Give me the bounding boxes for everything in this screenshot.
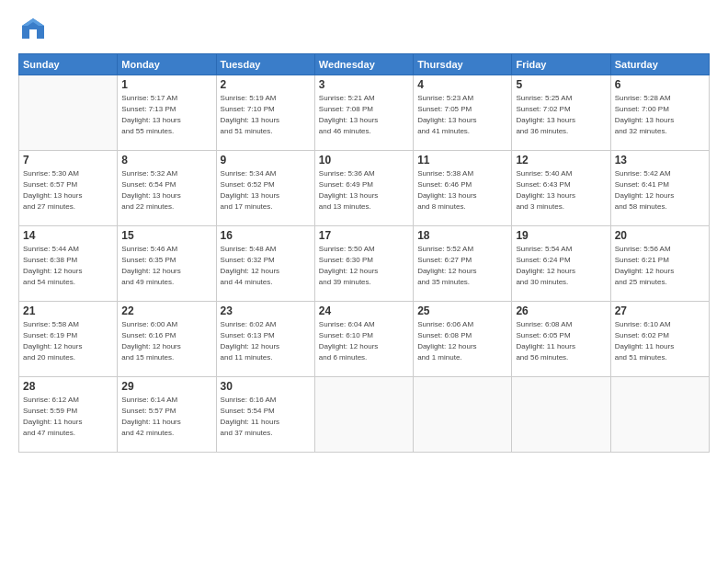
calendar-cell: 9Sunrise: 5:34 AM Sunset: 6:52 PM Daylig…	[216, 151, 314, 226]
weekday-header-sunday: Sunday	[19, 54, 118, 75]
calendar-cell: 12Sunrise: 5:40 AM Sunset: 6:43 PM Dayli…	[512, 151, 610, 226]
calendar-cell: 24Sunrise: 6:04 AM Sunset: 6:10 PM Dayli…	[314, 302, 413, 377]
header	[18, 15, 710, 44]
day-number: 19	[516, 229, 606, 242]
day-info: Sunrise: 5:34 AM Sunset: 6:52 PM Dayligh…	[221, 168, 311, 213]
week-row-4: 28Sunrise: 6:12 AM Sunset: 5:59 PM Dayli…	[19, 377, 710, 453]
calendar-cell: 27Sunrise: 6:10 AM Sunset: 6:02 PM Dayli…	[610, 302, 709, 377]
day-number: 16	[221, 229, 311, 242]
day-info: Sunrise: 6:02 AM Sunset: 6:13 PM Dayligh…	[221, 319, 311, 363]
week-row-0: 1Sunrise: 5:17 AM Sunset: 7:13 PM Daylig…	[19, 75, 710, 151]
calendar-cell: 17Sunrise: 5:50 AM Sunset: 6:30 PM Dayli…	[314, 226, 413, 302]
day-number: 2	[221, 78, 311, 91]
day-number: 30	[221, 380, 311, 393]
day-number: 24	[319, 304, 409, 317]
calendar-cell: 14Sunrise: 5:44 AM Sunset: 6:38 PM Dayli…	[19, 226, 118, 302]
day-info: Sunrise: 5:50 AM Sunset: 6:30 PM Dayligh…	[319, 244, 409, 288]
weekday-header-wednesday: Wednesday	[314, 54, 413, 75]
weekday-header-friday: Friday	[512, 54, 610, 75]
calendar-cell	[314, 377, 413, 453]
day-number: 11	[417, 154, 507, 167]
day-number: 22	[121, 304, 211, 317]
day-info: Sunrise: 5:25 AM Sunset: 7:02 PM Dayligh…	[516, 93, 606, 137]
calendar-cell: 5Sunrise: 5:25 AM Sunset: 7:02 PM Daylig…	[512, 75, 610, 151]
day-info: Sunrise: 5:38 AM Sunset: 6:46 PM Dayligh…	[417, 168, 507, 213]
logo	[18, 15, 53, 44]
day-info: Sunrise: 5:28 AM Sunset: 7:00 PM Dayligh…	[615, 93, 705, 137]
calendar-cell: 28Sunrise: 6:12 AM Sunset: 5:59 PM Dayli…	[19, 377, 118, 453]
calendar-cell: 20Sunrise: 5:56 AM Sunset: 6:21 PM Dayli…	[610, 226, 709, 302]
day-info: Sunrise: 5:23 AM Sunset: 7:05 PM Dayligh…	[417, 93, 507, 137]
calendar-cell	[512, 377, 610, 453]
day-info: Sunrise: 5:58 AM Sunset: 6:19 PM Dayligh…	[23, 319, 113, 363]
day-info: Sunrise: 5:21 AM Sunset: 7:08 PM Dayligh…	[319, 93, 409, 137]
day-info: Sunrise: 5:17 AM Sunset: 7:13 PM Dayligh…	[121, 93, 211, 137]
day-number: 5	[516, 78, 606, 91]
calendar-cell: 4Sunrise: 5:23 AM Sunset: 7:05 PM Daylig…	[414, 75, 512, 151]
calendar-cell: 19Sunrise: 5:54 AM Sunset: 6:24 PM Dayli…	[512, 226, 610, 302]
calendar-cell: 18Sunrise: 5:52 AM Sunset: 6:27 PM Dayli…	[414, 226, 512, 302]
day-number: 23	[221, 304, 311, 317]
calendar-table: SundayMondayTuesdayWednesdayThursdayFrid…	[18, 53, 710, 453]
day-info: Sunrise: 5:30 AM Sunset: 6:57 PM Dayligh…	[23, 168, 113, 213]
calendar-cell: 22Sunrise: 6:00 AM Sunset: 6:16 PM Dayli…	[118, 302, 216, 377]
day-number: 25	[417, 304, 507, 317]
calendar-cell: 15Sunrise: 5:46 AM Sunset: 6:35 PM Dayli…	[118, 226, 216, 302]
weekday-header-thursday: Thursday	[414, 54, 512, 75]
calendar-cell: 26Sunrise: 6:08 AM Sunset: 6:05 PM Dayli…	[512, 302, 610, 377]
day-info: Sunrise: 5:48 AM Sunset: 6:32 PM Dayligh…	[221, 244, 311, 288]
day-number: 13	[615, 154, 705, 167]
day-number: 10	[319, 154, 409, 167]
day-info: Sunrise: 5:52 AM Sunset: 6:27 PM Dayligh…	[417, 244, 507, 288]
calendar-cell: 30Sunrise: 6:16 AM Sunset: 5:54 PM Dayli…	[216, 377, 314, 453]
logo-icon	[18, 15, 48, 44]
day-number: 6	[615, 78, 705, 91]
day-number: 1	[121, 78, 211, 91]
calendar-cell: 11Sunrise: 5:38 AM Sunset: 6:46 PM Dayli…	[414, 151, 512, 226]
calendar-cell: 1Sunrise: 5:17 AM Sunset: 7:13 PM Daylig…	[118, 75, 216, 151]
day-info: Sunrise: 5:42 AM Sunset: 6:41 PM Dayligh…	[615, 168, 705, 213]
week-row-2: 14Sunrise: 5:44 AM Sunset: 6:38 PM Dayli…	[19, 226, 710, 302]
calendar-cell	[19, 75, 118, 151]
day-info: Sunrise: 5:32 AM Sunset: 6:54 PM Dayligh…	[121, 168, 211, 213]
week-row-1: 7Sunrise: 5:30 AM Sunset: 6:57 PM Daylig…	[19, 151, 710, 226]
page: SundayMondayTuesdayWednesdayThursdayFrid…	[0, 0, 728, 563]
day-number: 9	[221, 154, 311, 167]
calendar-cell: 3Sunrise: 5:21 AM Sunset: 7:08 PM Daylig…	[314, 75, 413, 151]
week-row-3: 21Sunrise: 5:58 AM Sunset: 6:19 PM Dayli…	[19, 302, 710, 377]
day-info: Sunrise: 5:40 AM Sunset: 6:43 PM Dayligh…	[516, 168, 606, 213]
calendar-cell: 23Sunrise: 6:02 AM Sunset: 6:13 PM Dayli…	[216, 302, 314, 377]
day-info: Sunrise: 6:14 AM Sunset: 5:57 PM Dayligh…	[121, 395, 211, 439]
day-info: Sunrise: 5:46 AM Sunset: 6:35 PM Dayligh…	[121, 244, 211, 288]
day-number: 18	[417, 229, 507, 242]
day-info: Sunrise: 5:54 AM Sunset: 6:24 PM Dayligh…	[516, 244, 606, 288]
calendar-cell: 8Sunrise: 5:32 AM Sunset: 6:54 PM Daylig…	[118, 151, 216, 226]
day-number: 27	[615, 304, 705, 317]
day-number: 29	[121, 380, 211, 393]
calendar-cell: 29Sunrise: 6:14 AM Sunset: 5:57 PM Dayli…	[118, 377, 216, 453]
day-number: 28	[23, 380, 113, 393]
weekday-header-row: SundayMondayTuesdayWednesdayThursdayFrid…	[19, 54, 710, 75]
day-number: 7	[23, 154, 113, 167]
day-info: Sunrise: 6:10 AM Sunset: 6:02 PM Dayligh…	[615, 319, 705, 363]
day-info: Sunrise: 5:36 AM Sunset: 6:49 PM Dayligh…	[319, 168, 409, 213]
day-number: 12	[516, 154, 606, 167]
day-number: 14	[23, 229, 113, 242]
day-info: Sunrise: 5:19 AM Sunset: 7:10 PM Dayligh…	[221, 93, 311, 137]
day-number: 4	[417, 78, 507, 91]
day-info: Sunrise: 6:04 AM Sunset: 6:10 PM Dayligh…	[319, 319, 409, 363]
calendar-cell: 16Sunrise: 5:48 AM Sunset: 6:32 PM Dayli…	[216, 226, 314, 302]
svg-rect-2	[29, 29, 37, 39]
day-info: Sunrise: 6:00 AM Sunset: 6:16 PM Dayligh…	[121, 319, 211, 363]
calendar-cell: 25Sunrise: 6:06 AM Sunset: 6:08 PM Dayli…	[414, 302, 512, 377]
weekday-header-tuesday: Tuesday	[216, 54, 314, 75]
calendar-cell: 7Sunrise: 5:30 AM Sunset: 6:57 PM Daylig…	[19, 151, 118, 226]
day-number: 17	[319, 229, 409, 242]
weekday-header-saturday: Saturday	[610, 54, 709, 75]
weekday-header-monday: Monday	[118, 54, 216, 75]
day-info: Sunrise: 5:56 AM Sunset: 6:21 PM Dayligh…	[615, 244, 705, 288]
calendar-cell: 10Sunrise: 5:36 AM Sunset: 6:49 PM Dayli…	[314, 151, 413, 226]
calendar-cell: 13Sunrise: 5:42 AM Sunset: 6:41 PM Dayli…	[610, 151, 709, 226]
calendar-cell	[414, 377, 512, 453]
calendar-cell: 2Sunrise: 5:19 AM Sunset: 7:10 PM Daylig…	[216, 75, 314, 151]
